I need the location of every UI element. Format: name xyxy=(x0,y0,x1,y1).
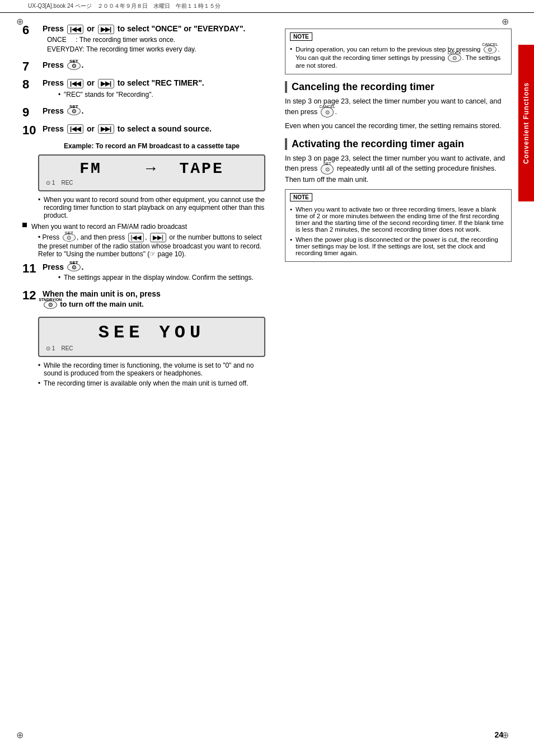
step-10-content: Press |◀◀ or ▶▶| to select a sound sourc… xyxy=(43,124,265,136)
step-12-title: When the main unit is on, press xyxy=(43,289,265,298)
clock-btn-note: CLOCK ⊙ xyxy=(448,54,461,62)
corner-mark-tr xyxy=(499,16,510,27)
step-8-content: Press |◀◀ or ▶▶| to select "REC TIMER". … xyxy=(43,78,265,101)
example-label: Example: To record an FM broadcast to a … xyxy=(38,142,265,150)
step-8-title: Press |◀◀ or ▶▶| to select "REC TIMER". xyxy=(43,78,265,88)
step-6-title: Press |◀◀ or ▶▶| to select "ONCE" or "EV… xyxy=(43,24,265,34)
next-btn-8: ▶▶| xyxy=(98,79,114,88)
step-10-title: Press |◀◀ or ▶▶| to select a sound sourc… xyxy=(43,124,265,134)
corner-mark-bl xyxy=(14,729,25,740)
step-12-content: When the main unit is on, press STNDBY/O… xyxy=(43,289,265,311)
fmam-sub-instructions: • Press SET ⊙ , and then press |◀◀, ▶▶| … xyxy=(38,233,265,258)
step-11: 11 Press SET ⊙ . The settings appear in … xyxy=(22,262,265,284)
step-11-num: 11 xyxy=(22,262,38,275)
sidebar-tab-label: Convenient Functions xyxy=(522,82,530,164)
cancel-section-body1: In step 3 on page 23, select the timer n… xyxy=(285,96,512,118)
cancel-section-heading: Canceling the recording timer xyxy=(285,81,512,93)
note-top-box: NOTE During operation, you can return to… xyxy=(285,29,512,74)
step-11-note: The settings appear in the display windo… xyxy=(58,274,265,281)
fm-display-sub: ⊙ 1 REC xyxy=(46,180,257,186)
step-6: 6 Press |◀◀ or ▶▶| to select "ONCE" or "… xyxy=(22,24,265,55)
step-12-num: 12 xyxy=(22,289,38,302)
step-8-note: "REC" stands for "Recording". xyxy=(58,91,265,98)
set-btn-11: SET ⊙ xyxy=(67,263,81,271)
right-column: NOTE During operation, you can return to… xyxy=(277,24,512,389)
step-6-once: ONCE : The recording timer works once. xyxy=(47,36,265,44)
step-6-everyday: EVERYDAY: The recording timer works ever… xyxy=(47,45,265,53)
see-you-text: SEE YOU xyxy=(46,322,257,343)
main-content: 6 Press |◀◀ or ▶▶| to select "ONCE" or "… xyxy=(0,13,534,401)
step-9-num: 9 xyxy=(22,106,38,119)
cancel-btn-note: CANCEL ⊙ xyxy=(484,45,497,54)
corner-mark-tl xyxy=(14,16,25,27)
see-you-display-box: SEE YOU ⊙ 1 REC xyxy=(38,317,265,357)
final-bullet-1: While the recording timer is functioning… xyxy=(38,361,265,377)
page-container: Convenient Functions UX-Q3[A].book 24 ペー… xyxy=(0,0,534,756)
cancel-section-body2: Even when you cancel the recording timer… xyxy=(285,121,512,132)
set-btn-activate: SET ⊙ xyxy=(321,164,334,175)
sq-bullet-fmam: When you want to record an FM/AM radio b… xyxy=(22,223,265,231)
prev-btn-8: |◀◀ xyxy=(67,79,83,88)
page-number: 24 xyxy=(494,730,503,739)
activate-section-body: In step 3 on page 23, select the timer n… xyxy=(285,153,512,185)
step-7-title: Press SET ⊙ . xyxy=(43,60,265,70)
step-9-content: Press SET ⊙ . xyxy=(43,106,265,118)
next-btn: ▶▶| xyxy=(98,25,114,34)
step-7: 7 Press SET ⊙ . xyxy=(22,60,265,73)
set-btn-9: SET ⊙ xyxy=(67,107,81,115)
step-9: 9 Press SET ⊙ . xyxy=(22,106,265,119)
note-top-label: NOTE xyxy=(290,32,312,41)
step-10: 10 Press |◀◀ or ▶▶| to select a sound so… xyxy=(22,124,265,137)
sq-bullet-icon xyxy=(22,223,27,227)
activate-section-heading: Activating the recording timer again xyxy=(285,138,512,150)
step-7-num: 7 xyxy=(22,60,38,73)
prev-btn-10: |◀◀ xyxy=(67,124,83,134)
note-bottom-label: NOTE xyxy=(290,193,312,201)
see-you-sub: ⊙ 1 REC xyxy=(46,345,257,351)
step-6-content: Press |◀◀ or ▶▶| to select "ONCE" or "EV… xyxy=(43,24,265,55)
step-10-num: 10 xyxy=(22,124,38,137)
note-bottom-box: NOTE When you want to activate two or th… xyxy=(285,189,512,262)
step-12-sub: STNDBY/ON ⊙ to turn off the main unit. xyxy=(43,300,265,309)
sq-bullet-text: When you want to record an FM/AM radio b… xyxy=(31,223,187,231)
set-btn-inline: SET ⊙ xyxy=(63,233,76,242)
note-top-item: During operation, you can return to the … xyxy=(290,45,507,69)
fm-display-text: FM → TAPE xyxy=(46,160,257,177)
prev-inline: |◀◀ xyxy=(128,233,144,242)
sidebar-tab: Convenient Functions xyxy=(518,45,534,201)
step-11-content: Press SET ⊙ . The settings appear in the… xyxy=(43,262,265,284)
step-12: 12 When the main unit is on, press STNDB… xyxy=(22,289,265,311)
header-text: UX-Q3[A].book 24 ページ ２００４年９月８日 水曜日 午前１１時… xyxy=(28,2,221,10)
step-8: 8 Press |◀◀ or ▶▶| to select "REC TIMER"… xyxy=(22,78,265,101)
final-bullet-2: The recording timer is available only wh… xyxy=(38,379,265,387)
step-7-content: Press SET ⊙ . xyxy=(43,60,265,72)
cancel-btn-section: CANCEL ⊙ xyxy=(321,107,334,118)
step-9-title: Press SET ⊙ . xyxy=(43,106,265,116)
step-11-title: Press SET ⊙ . xyxy=(43,262,265,272)
note-bottom-item-2: When the power plug is disconnected or t… xyxy=(290,236,507,256)
step-8-num: 8 xyxy=(22,78,38,91)
top-header: UX-Q3[A].book 24 ページ ２００４年９月８日 水曜日 午前１１時… xyxy=(0,0,534,13)
next-inline: ▶▶| xyxy=(150,233,166,242)
set-btn-7: SET ⊙ xyxy=(67,62,81,70)
note-bottom-item-1: When you want to activate two or three r… xyxy=(290,206,507,233)
next-btn-10: ▶▶| xyxy=(98,124,114,134)
left-column: 6 Press |◀◀ or ▶▶| to select "ONCE" or "… xyxy=(22,24,265,389)
bullet-other-equip: When you want to record sound from other… xyxy=(38,196,265,219)
standby-btn: STNDBY/ON ⊙ xyxy=(44,300,57,309)
prev-btn: |◀◀ xyxy=(67,25,83,34)
fm-display-box: FM → TAPE ⊙ 1 REC xyxy=(38,154,265,191)
